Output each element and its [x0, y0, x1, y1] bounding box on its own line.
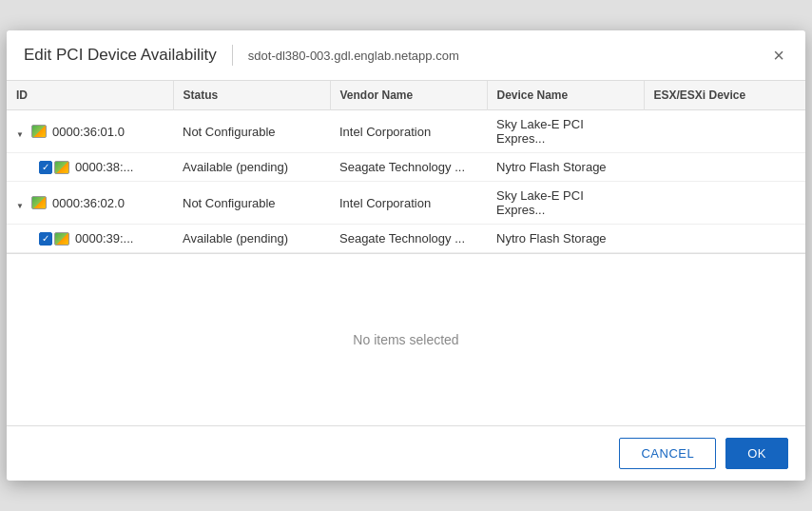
row-checkbox[interactable] — [39, 161, 52, 174]
cell-device: Nytro Flash Storage — [487, 225, 644, 253]
ok-button[interactable]: OK — [725, 438, 788, 469]
table-header-row: ID Status Vendor Name Device Name ESX/ES… — [7, 81, 805, 110]
row-checkbox[interactable] — [39, 232, 52, 246]
expand-icon[interactable] — [16, 126, 26, 135]
cell-id: 0000:38:... — [7, 153, 173, 182]
cell-esx — [644, 225, 805, 253]
cell-id: 0000:36:01.0 — [7, 110, 173, 153]
cell-vendor: Seagate Technology ... — [330, 225, 487, 253]
col-header-device: Device Name — [487, 81, 644, 110]
id-text: 0000:36:02.0 — [52, 196, 125, 210]
cell-id: 0000:36:02.0 — [7, 182, 173, 225]
col-header-esx: ESX/ESXi Device — [644, 81, 805, 110]
cell-esx — [644, 182, 805, 225]
pci-table: ID Status Vendor Name Device Name ESX/ES… — [7, 81, 805, 253]
edit-pci-dialog: Edit PCI Device Availability sdot-dl380-… — [7, 30, 805, 481]
cell-esx — [644, 110, 805, 153]
header-divider — [232, 45, 233, 66]
cell-device: Nytro Flash Storage — [487, 153, 644, 182]
dialog-header: Edit PCI Device Availability sdot-dl380-… — [7, 30, 805, 81]
dialog-body: ID Status Vendor Name Device Name ESX/ES… — [7, 81, 805, 425]
device-icon — [31, 125, 47, 138]
id-text: 0000:39:... — [75, 231, 133, 246]
cell-status: Available (pending) — [173, 225, 330, 253]
cell-device: Sky Lake-E PCI Expres... — [487, 110, 644, 153]
device-icon — [54, 161, 69, 174]
cell-id: 0000:39:... — [7, 225, 173, 253]
cell-esx — [644, 153, 805, 182]
cell-status: Available (pending) — [173, 153, 330, 182]
cell-vendor: Seagate Technology ... — [330, 153, 487, 182]
col-header-id: ID — [7, 81, 173, 110]
id-text: 0000:36:01.0 — [52, 125, 125, 139]
device-icon — [31, 196, 47, 209]
dialog-title: Edit PCI Device Availability — [24, 46, 217, 65]
table-area: ID Status Vendor Name Device Name ESX/ES… — [7, 81, 805, 254]
dialog-footer: CANCEL OK — [7, 425, 805, 481]
table-row: 0000:36:01.0Not ConfigurableIntel Corpor… — [7, 110, 805, 153]
cell-status: Not Configurable — [173, 110, 330, 153]
cancel-button[interactable]: CANCEL — [619, 438, 716, 469]
id-text: 0000:38:... — [75, 160, 133, 174]
table-row: 0000:39:...Available (pending)Seagate Te… — [7, 225, 805, 253]
dialog-subtitle: sdot-dl380-003.gdl.englab.netapp.com — [248, 49, 459, 63]
col-header-status: Status — [173, 81, 330, 110]
table-row: 0000:38:...Available (pending)Seagate Te… — [7, 153, 805, 182]
close-button[interactable]: × — [769, 44, 788, 67]
cell-vendor: Intel Corporation — [330, 182, 487, 225]
cell-device: Sky Lake-E PCI Expres... — [487, 182, 644, 225]
col-header-vendor: Vendor Name — [330, 81, 487, 110]
cell-vendor: Intel Corporation — [330, 110, 487, 153]
empty-area: No items selected — [7, 254, 805, 425]
cell-status: Not Configurable — [173, 182, 330, 225]
device-icon — [54, 232, 69, 246]
table-row: 0000:36:02.0Not ConfigurableIntel Corpor… — [7, 182, 805, 225]
empty-message: No items selected — [353, 332, 458, 347]
expand-icon[interactable] — [16, 197, 26, 206]
